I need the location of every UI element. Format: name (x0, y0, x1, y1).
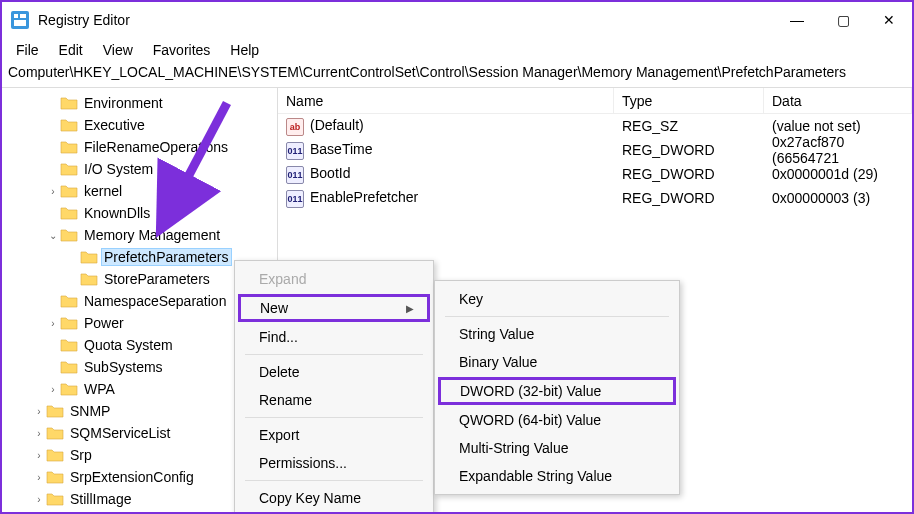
tree-item[interactable]: KnownDlls (2, 202, 277, 224)
value-data: 0x00000003 (3) (764, 190, 912, 206)
ctx-expand: Expand (237, 265, 431, 293)
menu-help[interactable]: Help (220, 40, 269, 60)
list-row[interactable]: 011EnablePrefetcherREG_DWORD0x00000003 (… (278, 186, 912, 210)
folder-icon (60, 161, 78, 177)
minimize-button[interactable]: — (774, 2, 820, 38)
tree-label: kernel (82, 183, 124, 199)
expand-chevron-icon[interactable]: › (32, 428, 46, 439)
folder-icon (46, 491, 64, 507)
ctx-permissions[interactable]: Permissions... (237, 449, 431, 477)
col-data[interactable]: Data (764, 88, 912, 113)
tree-label: SrpExtensionConfig (68, 469, 196, 485)
expand-chevron-icon[interactable]: › (46, 186, 60, 197)
expand-chevron-icon[interactable]: › (46, 318, 60, 329)
expand-chevron-icon[interactable]: › (32, 494, 46, 505)
tree-item[interactable]: ›kernel (2, 180, 277, 202)
tree-label: Environment (82, 95, 165, 111)
col-type[interactable]: Type (614, 88, 764, 113)
value-type: REG_DWORD (614, 190, 764, 206)
sub-key[interactable]: Key (437, 285, 677, 313)
tree-label: Srp (68, 447, 94, 463)
value-type-icon: ab (286, 118, 304, 136)
folder-icon (46, 425, 64, 441)
expand-chevron-icon[interactable]: › (32, 472, 46, 483)
sub-string[interactable]: String Value (437, 320, 677, 348)
value-name: BaseTime (310, 141, 373, 157)
sub-dword[interactable]: DWORD (32-bit) Value (438, 377, 676, 405)
menu-edit[interactable]: Edit (49, 40, 93, 60)
tree-item[interactable]: I/O System (2, 158, 277, 180)
value-type: REG_DWORD (614, 142, 764, 158)
tree-label: SNMP (68, 403, 112, 419)
tree-label: PrefetchParameters (102, 249, 231, 265)
menu-favorites[interactable]: Favorites (143, 40, 221, 60)
folder-icon (60, 227, 78, 243)
svg-rect-2 (20, 14, 26, 18)
value-type-icon: 011 (286, 190, 304, 208)
folder-icon (60, 139, 78, 155)
tree-label: SQMServiceList (68, 425, 172, 441)
value-type: REG_DWORD (614, 166, 764, 182)
tree-label: FileRenameOperations (82, 139, 230, 155)
sub-expandable[interactable]: Expandable String Value (437, 462, 677, 490)
ctx-delete[interactable]: Delete (237, 358, 431, 386)
separator (245, 480, 423, 481)
folder-icon (46, 447, 64, 463)
list-row[interactable]: 011BaseTimeREG_DWORD0x27acf870 (66564721 (278, 138, 912, 162)
expand-chevron-icon[interactable]: › (32, 406, 46, 417)
list-header[interactable]: Name Type Data (278, 88, 912, 114)
ctx-find[interactable]: Find... (237, 323, 431, 351)
tree-label: Memory Management (82, 227, 222, 243)
ctx-new[interactable]: New▶ (238, 294, 430, 322)
tree-item[interactable]: ⌄Memory Management (2, 224, 277, 246)
folder-icon (80, 271, 98, 287)
ctx-copy-key[interactable]: Copy Key Name (237, 484, 431, 512)
value-data: 0x27acf870 (66564721 (764, 134, 912, 166)
value-type-icon: 011 (286, 142, 304, 160)
folder-icon (60, 95, 78, 111)
menu-bar: File Edit View Favorites Help (2, 38, 912, 62)
maximize-button[interactable]: ▢ (820, 2, 866, 38)
expand-chevron-icon[interactable]: › (32, 450, 46, 461)
sub-binary[interactable]: Binary Value (437, 348, 677, 376)
folder-icon (60, 381, 78, 397)
tree-label: Power (82, 315, 126, 331)
value-name: EnablePrefetcher (310, 189, 418, 205)
value-type: REG_SZ (614, 118, 764, 134)
tree-item[interactable]: Environment (2, 92, 277, 114)
tree-label: I/O System (82, 161, 155, 177)
folder-icon (46, 469, 64, 485)
sub-multistring[interactable]: Multi-String Value (437, 434, 677, 462)
ctx-export[interactable]: Export (237, 421, 431, 449)
separator (445, 316, 669, 317)
tree-item[interactable]: Executive (2, 114, 277, 136)
tree-label: StoreParameters (102, 271, 212, 287)
close-button[interactable]: ✕ (866, 2, 912, 38)
folder-icon (80, 249, 98, 265)
folder-icon (60, 117, 78, 133)
ctx-rename[interactable]: Rename (237, 386, 431, 414)
value-type-icon: 011 (286, 166, 304, 184)
tree-label: WPA (82, 381, 117, 397)
context-submenu-new: Key String Value Binary Value DWORD (32-… (434, 280, 680, 495)
context-menu: Expand New▶ Find... Delete Rename Export… (234, 260, 434, 514)
folder-icon (60, 359, 78, 375)
tree-item[interactable]: FileRenameOperations (2, 136, 277, 158)
value-name: BootId (310, 165, 350, 181)
folder-icon (60, 183, 78, 199)
expand-chevron-icon[interactable]: ⌄ (46, 230, 60, 241)
sub-qword[interactable]: QWORD (64-bit) Value (437, 406, 677, 434)
folder-icon (60, 205, 78, 221)
menu-view[interactable]: View (93, 40, 143, 60)
app-icon (10, 10, 30, 30)
expand-chevron-icon[interactable]: › (46, 384, 60, 395)
tree-label: Executive (82, 117, 147, 133)
title-bar: Registry Editor — ▢ ✕ (2, 2, 912, 38)
address-bar[interactable]: Computer\HKEY_LOCAL_MACHINE\SYSTEM\Curre… (2, 62, 912, 88)
menu-file[interactable]: File (6, 40, 49, 60)
folder-icon (46, 403, 64, 419)
list-row[interactable]: 011BootIdREG_DWORD0x0000001d (29) (278, 162, 912, 186)
tree-label: StillImage (68, 491, 133, 507)
folder-icon (60, 315, 78, 331)
col-name[interactable]: Name (278, 88, 614, 113)
